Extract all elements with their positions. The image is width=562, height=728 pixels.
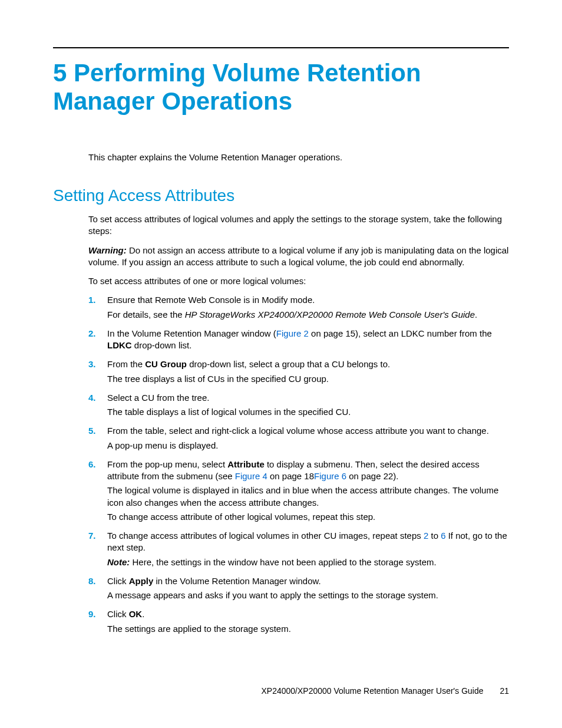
step-text: Select a CU from the tree. [107, 392, 509, 404]
text: To change access attributes of logical v… [107, 531, 424, 541]
warning-text: Do not assign an access attribute to a l… [88, 245, 508, 267]
chapter-title: 5 Performing Volume Retention Manager Op… [53, 59, 509, 116]
step-subtext: The table displays a list of logical vol… [107, 406, 509, 418]
step-9: Click OK. The settings are applied to th… [88, 608, 509, 635]
text: For details, see the [107, 309, 185, 319]
ui-term: LDKC [107, 340, 132, 350]
text: to [428, 531, 441, 541]
step-text: From the CU Group drop-down list, select… [107, 358, 509, 370]
chapter-intro: This chapter explains the Volume Retenti… [88, 151, 509, 163]
text: Click [107, 576, 129, 586]
text: . [475, 309, 477, 319]
text: in the Volume Retention Manager window. [153, 576, 320, 586]
step-2: In the Volume Retention Manager window (… [88, 328, 509, 352]
steps-list: Ensure that Remote Web Console is in Mod… [88, 294, 509, 635]
step-text: Ensure that Remote Web Console is in Mod… [107, 294, 509, 306]
ui-term: Attribute [227, 459, 265, 469]
step-subtext: The settings are applied to the storage … [107, 623, 509, 635]
step-subtext: The logical volume is displayed in itali… [107, 485, 509, 509]
step-subtext: A pop-up menu is displayed. [107, 440, 509, 452]
section-title: Setting Access Attributes [53, 186, 509, 205]
footer-text: XP24000/XP20000 Volume Retention Manager… [262, 686, 484, 696]
figure-link[interactable]: Figure 6 [314, 471, 346, 481]
text: From the pop-up menu, select [107, 459, 227, 469]
step-6: From the pop-up menu, select Attribute t… [88, 459, 509, 523]
text: In the Volume Retention Manager window ( [107, 328, 276, 338]
step-subtext: A message appears and asks if you want t… [107, 589, 509, 601]
step-subtext: To change access attribute of other logi… [107, 511, 509, 523]
text: on page 18 [267, 471, 314, 481]
lead-paragraph: To set access attributes of logical volu… [88, 213, 509, 238]
ui-term: CU Group [145, 359, 187, 369]
step-7: To change access attributes of logical v… [88, 530, 509, 568]
text: drop-down list, select a group that a CU… [187, 359, 390, 369]
step-5: From the table, select and right-click a… [88, 425, 509, 452]
page-number: 21 [500, 686, 509, 696]
note-paragraph: Note: Here, the settings in the window h… [107, 556, 509, 568]
text: . [142, 609, 144, 619]
text: From the [107, 359, 145, 369]
doc-reference: HP StorageWorks XP24000/XP20000 Remote W… [185, 309, 475, 319]
step-text: From the pop-up menu, select Attribute t… [107, 459, 509, 483]
figure-link[interactable]: Figure 4 [235, 471, 267, 481]
step-text: To change access attributes of logical v… [107, 530, 509, 554]
step-text: Click Apply in the Volume Retention Mana… [107, 575, 509, 587]
document-page: 5 Performing Volume Retention Manager Op… [0, 0, 562, 728]
step-text: Click OK. [107, 608, 509, 620]
ui-term: Apply [129, 576, 154, 586]
figure-link[interactable]: Figure 2 [276, 328, 309, 338]
step-8: Click Apply in the Volume Retention Mana… [88, 575, 509, 602]
warning-label: Warning: [88, 245, 127, 255]
text: Click [107, 609, 129, 619]
page-footer: XP24000/XP20000 Volume Retention Manager… [262, 686, 510, 696]
top-rule [53, 47, 509, 48]
note-text: Here, the settings in the window have no… [130, 557, 436, 567]
text: on page 22). [346, 471, 398, 481]
step-link[interactable]: 6 [441, 531, 445, 541]
step-4: Select a CU from the tree. The table dis… [88, 392, 509, 419]
step-text: From the table, select and right-click a… [107, 425, 509, 437]
step-1: Ensure that Remote Web Console is in Mod… [88, 294, 509, 321]
step-subtext: For details, see the HP StorageWorks XP2… [107, 309, 509, 321]
section-body: To set access attributes of logical volu… [88, 213, 509, 635]
text: drop-down list. [132, 340, 192, 350]
ui-term: OK [129, 609, 143, 619]
note-label: Note: [107, 557, 130, 567]
step-3: From the CU Group drop-down list, select… [88, 358, 509, 385]
lead2-paragraph: To set access attributes of one or more … [88, 275, 509, 287]
warning-paragraph: Warning: Do not assign an access attribu… [88, 245, 509, 269]
step-subtext: The tree displays a list of CUs in the s… [107, 373, 509, 385]
text: on page 15), select an LDKC number from … [309, 328, 492, 338]
